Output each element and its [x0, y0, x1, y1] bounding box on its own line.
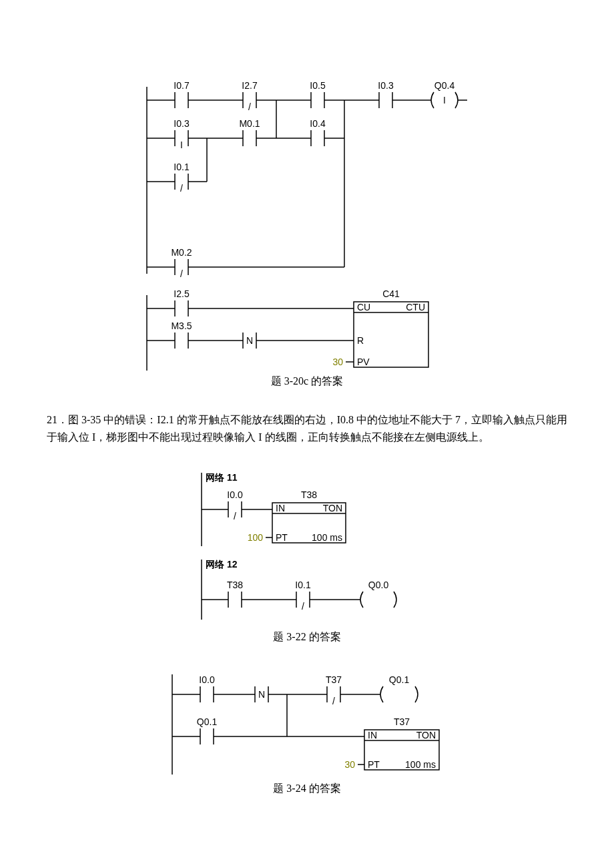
- caption-324: 题 3-24 的答案: [0, 782, 614, 796]
- svg-text:100 ms: 100 ms: [312, 532, 342, 543]
- contact-i00-d2: [220, 501, 272, 517]
- answer-21-text: 21．图 3-35 中的错误：I2.1 的常开触点不能放在线圈的右边，I0.8 …: [0, 411, 614, 446]
- svg-text:/: /: [332, 696, 335, 706]
- contact-t38: [220, 592, 288, 608]
- label-m02: M0.2: [171, 247, 192, 258]
- svg-text:/: /: [180, 268, 183, 279]
- svg-text:TON: TON: [416, 730, 436, 740]
- ladder-diagram-320c: I0.7 I2.7 / I0.5 I0.3 Q0.4 I I0.3 I M0.1…: [0, 70, 614, 371]
- contact-q01: [192, 728, 287, 744]
- label-i05: I0.5: [310, 80, 326, 91]
- svg-text:I: I: [443, 95, 446, 105]
- ladder-diagram-322: 网络 11 I0.0 / T38 IN TON PT 100 ms 100 网络…: [0, 466, 614, 626]
- contact-i01-d2: [288, 592, 360, 608]
- label-c41: C41: [382, 288, 400, 299]
- svg-text:/: /: [180, 183, 183, 194]
- label-i04: I0.4: [310, 118, 326, 129]
- ladder-diagram-324: I0.0 N T37 / Q0.1 Q0.1 T37 IN TON PT 100…: [0, 664, 614, 778]
- svg-text:IN: IN: [276, 503, 285, 513]
- contact-i04: [303, 130, 344, 146]
- contact-i00-d3: [192, 686, 247, 702]
- svg-text:/: /: [302, 601, 304, 612]
- caption-322: 题 3-22 的答案: [0, 630, 614, 644]
- svg-text:CTU: CTU: [406, 302, 425, 312]
- contact-i03-rung2: [167, 130, 207, 146]
- contact-m01: [235, 130, 276, 146]
- contact-i05: [303, 92, 344, 108]
- svg-text:/: /: [234, 511, 236, 521]
- label-q04: Q0.4: [434, 80, 455, 91]
- svg-text:IN: IN: [368, 730, 377, 740]
- svg-text:PT: PT: [276, 532, 288, 543]
- coil-q01: [380, 686, 418, 702]
- contact-m35: [167, 333, 235, 349]
- label-m35: M3.5: [171, 320, 192, 331]
- svg-text:/: /: [248, 101, 251, 112]
- contact-m02: [167, 259, 344, 275]
- svg-text:30: 30: [344, 759, 355, 770]
- svg-text:Q0.1: Q0.1: [389, 674, 410, 685]
- svg-text:100: 100: [248, 532, 264, 543]
- svg-text:T38: T38: [227, 580, 243, 590]
- coil-q00: [360, 592, 396, 608]
- svg-text:T37: T37: [394, 716, 410, 727]
- caption-320c: 题 3-20c 的答案: [0, 375, 614, 389]
- label-m01: M0.1: [239, 118, 260, 129]
- svg-text:PT: PT: [368, 759, 380, 770]
- contact-i27: [235, 92, 276, 108]
- svg-text:I0.0: I0.0: [199, 674, 215, 685]
- contact-i25: [167, 300, 354, 316]
- label-i07: I0.7: [174, 80, 190, 91]
- svg-text:网络 12: 网络 12: [206, 559, 238, 570]
- contact-i07: [167, 92, 207, 108]
- svg-text:R: R: [357, 335, 364, 346]
- label-i01: I0.1: [174, 162, 190, 172]
- svg-text:CU: CU: [357, 302, 370, 312]
- svg-text:I0.0: I0.0: [227, 489, 243, 500]
- contact-i03-rung1: [371, 92, 420, 108]
- svg-text:TON: TON: [323, 503, 342, 513]
- svg-text:Q0.0: Q0.0: [368, 580, 389, 590]
- label-i03b: I0.3: [174, 118, 190, 129]
- svg-text:100 ms: 100 ms: [405, 759, 436, 770]
- contact-i01: [167, 174, 207, 190]
- svg-text:30: 30: [332, 357, 343, 367]
- svg-text:I: I: [180, 140, 183, 150]
- svg-text:T37: T37: [326, 674, 342, 685]
- svg-text:网络 11: 网络 11: [206, 472, 238, 483]
- contact-t37: [319, 686, 380, 702]
- svg-text:T38: T38: [301, 489, 317, 500]
- label-i27: I2.7: [242, 80, 258, 91]
- svg-text:N: N: [246, 335, 253, 346]
- svg-text:I0.1: I0.1: [295, 580, 311, 590]
- label-i25: I2.5: [174, 288, 190, 299]
- svg-text:Q0.1: Q0.1: [197, 716, 218, 727]
- svg-text:N: N: [258, 689, 265, 700]
- svg-text:PV: PV: [357, 357, 370, 367]
- label-i03a: I0.3: [378, 80, 394, 91]
- contact-edge-n-2: [247, 686, 287, 702]
